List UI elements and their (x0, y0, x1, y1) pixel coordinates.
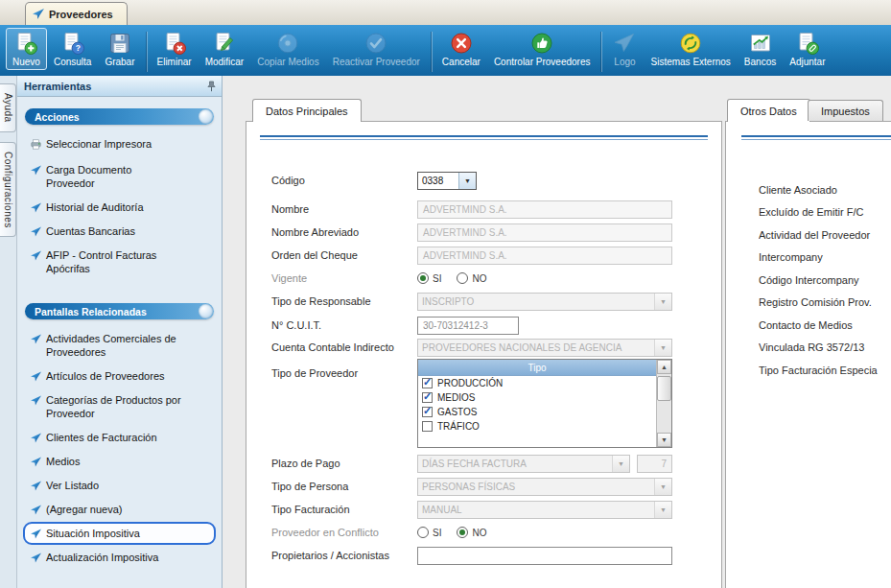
toolbar-button-grabar[interactable]: Grabar (98, 28, 141, 70)
conflicto-si-radio[interactable] (417, 527, 429, 538)
medios-checkbox[interactable] (422, 392, 433, 403)
plazo-dias-value: 7 (661, 459, 667, 469)
tab-impuestos[interactable]: Impuestos (808, 100, 883, 121)
app-logo-icon (33, 9, 44, 20)
conflicto-si-label: SI (433, 528, 441, 538)
cuenta-contable-combobox[interactable]: PROVEEDORES NACIONALES DE AGENCIA ▼ (417, 339, 672, 357)
toolbar-button-modificar[interactable]: Modificar (199, 28, 251, 70)
external-systems-icon (678, 31, 703, 56)
sidebar-item-agregar-nueva[interactable]: (Agregar nueva) (23, 498, 216, 521)
sidebar-item-medios[interactable]: Medios (23, 450, 216, 473)
tipo-responsable-combobox[interactable]: INSCRIPTO ▼ (417, 293, 672, 311)
pin-icon[interactable] (206, 81, 217, 92)
logo-icon (612, 31, 637, 56)
copy-media-disc-icon (275, 31, 300, 56)
tab-otros-datos[interactable]: Otros Datos (727, 99, 810, 122)
sidebar-item-clientes-facturacion[interactable]: Clientes de Facturación (23, 426, 216, 449)
sidebar-item-label: Actualización Impositiva (46, 551, 158, 564)
propietarios-field[interactable] (417, 547, 672, 565)
toolbar-button-consulta[interactable]: ? Consulta (47, 28, 98, 70)
sidebar-item-categorias-productos[interactable]: Categorías de Productos por Proveedor (23, 388, 216, 425)
sidebar-item-cuentas-bancarias[interactable]: Cuentas Bancarias (23, 220, 216, 243)
tipo-persona-combobox[interactable]: PERSONAS FÍSICAS ▼ (417, 478, 672, 496)
plazo-pago-combobox[interactable]: DÍAS FECHA FACTURA ▼ (417, 455, 630, 473)
toolbar-button-nuevo[interactable]: Nuevo (6, 28, 47, 70)
tipo-row-label: PRODUCCIÓN (437, 378, 503, 388)
tipo-row-medios[interactable]: MEDIOS (418, 390, 656, 405)
cuit-field[interactable]: 30-70312412-3 (417, 317, 519, 335)
sidebar-item-seleccionar-impresora[interactable]: Seleccionar Impresora (23, 132, 216, 157)
sidebar-item-label: Actividades Comerciales de Proveedores (46, 332, 182, 359)
chevron-down-icon: ▼ (654, 294, 671, 310)
nombre-abreviado-value: ADVERTMIND S.A. (423, 227, 507, 238)
toolbar-button-cancelar[interactable]: Cancelar (435, 28, 487, 70)
codigo-combobox[interactable]: 0338 ▼ (417, 172, 477, 190)
produccion-checkbox[interactable] (422, 378, 433, 388)
toolbar-button-bancos[interactable]: Bancos (738, 28, 783, 70)
scroll-up-button[interactable]: ▲ (657, 360, 671, 374)
toolbar-button-sistemas-externos[interactable]: Sistemas Externos (644, 28, 737, 70)
tipo-row-gastos[interactable]: GASTOS (418, 405, 656, 419)
sidebar-item-articulos-proveedores[interactable]: Artículos de Proveedores (23, 365, 216, 388)
orden-cheque-field[interactable]: ADVERTMIND S.A. (417, 247, 672, 265)
sidebar-header: Herramientas (17, 76, 222, 97)
window-tab-proveedores[interactable]: Proveedores (25, 2, 128, 25)
sidebar-title: Herramientas (24, 81, 91, 92)
tipo-row-trafico[interactable]: TRÁFICO (418, 419, 656, 434)
section-divider (741, 135, 891, 140)
toolbar-button-label: Logo (614, 57, 635, 67)
gastos-checkbox[interactable] (422, 407, 433, 417)
cuit-label: N° C.U.I.T. (271, 319, 417, 331)
sidebar-item-label: Seleccionar Impresora (46, 137, 152, 151)
table-scrollbar[interactable]: ▲ ▼ (656, 360, 671, 447)
toolbar-button-controlar-proveedores[interactable]: Controlar Proveedores (487, 28, 598, 70)
side-tab-ayuda[interactable]: Ayuda (0, 83, 16, 132)
sidebar-item-label: Medios (46, 455, 80, 468)
toolbar-button-label: Reactivar Proveedor (333, 57, 420, 67)
tools-sidebar: Herramientas Acciones Seleccionar Impres… (17, 76, 223, 588)
toolbar-button-reactivar-proveedor[interactable]: Reactivar Proveedor (326, 28, 427, 70)
sidebar-item-label: Carga Documento Proveedor (46, 163, 182, 190)
svg-text:?: ? (75, 43, 80, 53)
chevron-down-icon: ▼ (612, 456, 629, 472)
sidebar-item-ver-listado[interactable]: Ver Listado (23, 474, 216, 497)
plazo-pago-value: DÍAS FECHA FACTURA (418, 456, 612, 472)
toolbar-button-copiar-medios[interactable]: Copiar Medios (250, 28, 325, 70)
nombre-abreviado-label: Nombre Abreviado (271, 226, 417, 238)
new-document-icon (13, 31, 38, 56)
trafico-checkbox[interactable] (422, 421, 433, 432)
sidebar-item-actividades-comerciales[interactable]: Actividades Comerciales de Proveedores (23, 327, 216, 364)
sidebar-item-historial-auditoria[interactable]: Historial de Auditoría (23, 196, 216, 219)
nombre-field[interactable]: ADVERTMIND S.A. (417, 200, 672, 219)
section-header-pantallas-relacionadas[interactable]: Pantallas Relacionadas (25, 303, 214, 319)
tipo-facturacion-combobox[interactable]: MANUAL ▼ (417, 501, 672, 519)
toolbar-button-eliminar[interactable]: Eliminar (151, 28, 199, 70)
sidebar-item-label: Cuentas Bancarias (46, 224, 135, 238)
sidebar-item-actualizacion-impositiva[interactable]: Actualización Impositiva (23, 546, 216, 569)
plazo-dias-field[interactable]: 7 (637, 455, 672, 473)
vinculada-rg-label: Vinculada RG 3572/13 (759, 337, 891, 360)
section-header-acciones[interactable]: Acciones (25, 108, 214, 125)
tipo-row-produccion[interactable]: PRODUCCIÓN (418, 376, 656, 390)
printer-icon (31, 137, 41, 153)
vigente-no-radio[interactable] (457, 272, 468, 284)
nombre-abreviado-field[interactable]: ADVERTMIND S.A. (417, 223, 672, 242)
sidebar-item-carga-documento-proveedor[interactable]: Carga Documento Proveedor (23, 158, 216, 195)
toolbar-separator (600, 32, 601, 72)
sidebar-item-label: AFIP - Control Facturas Apócrifas (46, 248, 182, 275)
conflicto-no-radio[interactable] (457, 527, 468, 538)
tab-datos-principales[interactable]: Datos Principales (252, 99, 362, 122)
sidebar-item-label: Situación Impositiva (46, 527, 140, 540)
side-tab-configuraciones[interactable]: Configuraciones (0, 142, 16, 238)
sidebar-item-afip-control-facturas[interactable]: AFIP - Control Facturas Apócrifas (23, 244, 216, 280)
left-dock-strip: Ayuda Configuraciones (0, 76, 17, 588)
conflicto-label: Proveedor en Conflicto (271, 527, 417, 538)
nav-glyph-icon (31, 505, 41, 515)
scroll-down-button[interactable]: ▼ (657, 433, 671, 447)
vigente-si-radio[interactable] (417, 272, 429, 284)
toolbar-button-logo[interactable]: Logo (605, 28, 644, 70)
scroll-thumb[interactable] (657, 376, 671, 401)
sidebar-item-situacion-impositiva[interactable]: Situación Impositiva (23, 522, 216, 545)
toolbar-button-adjuntar[interactable]: Adjuntar (783, 28, 832, 70)
chevron-down-icon[interactable]: ▼ (458, 173, 476, 189)
